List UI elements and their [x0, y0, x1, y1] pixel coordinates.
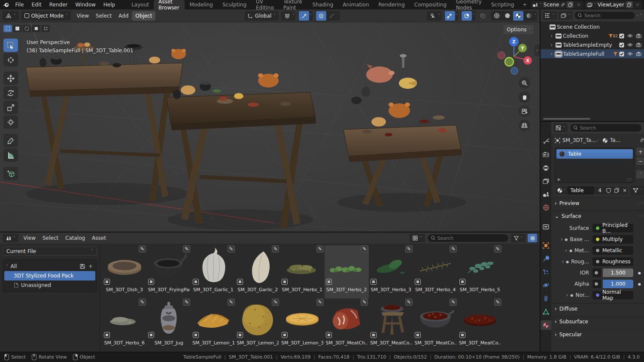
add-workspace-button[interactable]: + [519, 0, 531, 9]
outliner-row-tablesampleempty[interactable]: ›TableSampleEmpty [541, 40, 644, 49]
viewlayer-selector[interactable]: ˅ ViewLayer × [585, 1, 643, 9]
new-scene-button[interactable] [567, 1, 574, 8]
save-catalogs-icon[interactable] [80, 264, 85, 269]
unlink-scene-button[interactable]: × [575, 2, 581, 8]
edit-asset-icon[interactable]: ✎ [361, 299, 368, 306]
breadcrumb-material[interactable]: Ta... [610, 137, 620, 143]
expand-icon[interactable]: › [549, 51, 554, 57]
scene-selector[interactable]: ˅ Scene × [531, 1, 583, 9]
disable-render-icon[interactable] [636, 51, 641, 56]
orthographic-toggle-button[interactable] [519, 120, 530, 131]
edit-asset-icon[interactable]: ✎ [316, 299, 324, 306]
asset-card[interactable]: ✎SM_3DT_Herbs_1 [280, 245, 325, 299]
edit-asset-icon[interactable]: ✎ [405, 245, 413, 253]
asset-library-selector[interactable]: Current File ˅ [3, 247, 97, 256]
pin-icon[interactable] [561, 3, 565, 7]
browse-material-button[interactable]: ˅ [555, 186, 568, 195]
remove-viewlayer-button[interactable]: × [635, 2, 641, 8]
asset-card[interactable]: ✎SM_3DT_Lemon_1 [191, 299, 236, 352]
overlays-dropdown[interactable]: ˅ [472, 14, 474, 18]
outliner-item-label[interactable]: Scene Collection [557, 24, 600, 30]
property-value-alpha[interactable]: 1.000 [603, 280, 633, 288]
outliner-item-label[interactable]: TableSampleEmpty [563, 42, 612, 48]
asset-menu-view[interactable]: View [20, 233, 39, 243]
exclude-checkbox[interactable] [619, 42, 624, 48]
workspace-tab-geometry-nodes[interactable]: Geometry Nodes [451, 0, 486, 9]
outliner-filter-icon[interactable] [637, 13, 638, 18]
decorator-dot-icon[interactable]: ● [565, 238, 568, 241]
viewport-menu-add[interactable]: Add [115, 11, 132, 21]
property-label[interactable]: Surface [551, 225, 589, 231]
editor-type-selector[interactable]: ˅ [3, 11, 19, 21]
asset-card[interactable]: ✎SM_3DT_Dish_3 [102, 245, 147, 299]
edit-asset-icon[interactable]: ✎ [139, 245, 146, 253]
asset-card[interactable]: ✎SM_3DT_Herbs_3 [369, 245, 413, 299]
workspace-tab-sculpting[interactable]: Sculpting [218, 0, 251, 9]
outliner-row-tablesamplefull[interactable]: ›TableSampleFull [541, 49, 644, 58]
slot-specials-dropdown[interactable]: ˅ [636, 170, 644, 178]
catalog-all[interactable]: ˅ All + [4, 262, 95, 271]
edit-asset-icon[interactable]: ✎ [494, 245, 501, 253]
tab-tool[interactable] [541, 136, 551, 146]
asset-card[interactable]: ✎SM_3DT_Herbs_5 [458, 245, 502, 299]
property-value-roug-[interactable]: Roughness [592, 257, 633, 266]
workspace-tab-animation[interactable]: Animation [338, 0, 374, 9]
disable-render-icon[interactable] [636, 42, 641, 47]
mode-selector[interactable]: Object Mode ˅ [21, 11, 71, 21]
tab-material[interactable] [541, 320, 551, 330]
panel-header-diffuse[interactable]: ›Diffuse [551, 303, 644, 314]
outliner-search[interactable] [574, 11, 635, 20]
viewport-menu-view[interactable]: View [73, 11, 92, 21]
edit-asset-icon[interactable]: ✎ [450, 245, 457, 253]
outliner-item-label[interactable]: Collection [563, 33, 588, 39]
expand-icon[interactable]: › [549, 33, 554, 39]
snap-settings-dropdown[interactable]: ˅ [293, 14, 295, 18]
asset-card[interactable]: ✎SM_3DT_Jug [147, 299, 191, 352]
edit-asset-icon[interactable]: ✎ [183, 299, 190, 306]
new-viewlayer-button[interactable] [626, 1, 633, 8]
shading-dropdown[interactable]: ˅ [535, 14, 537, 18]
workspace-tab-scripting[interactable]: Scripting [486, 0, 519, 9]
outliner-display-mode[interactable]: ˅ [559, 11, 573, 20]
asset-card[interactable]: ✎SM_3DT_MeatCo... [369, 299, 413, 352]
options-button[interactable]: Options ˅ [504, 25, 534, 34]
asset-editor-type-selector[interactable]: ˅ [3, 234, 18, 242]
select-mode-tweak[interactable] [3, 25, 12, 32]
preview-panel-header[interactable]: › Preview :::: [551, 198, 644, 208]
expand-icon[interactable]: › [565, 247, 567, 253]
shading-material-icon[interactable] [513, 11, 523, 21]
asset-menu-asset[interactable]: Asset [88, 233, 109, 243]
asset-card[interactable]: ✎SM_3DT_FryingPan [147, 245, 191, 299]
expand-icon[interactable]: › [566, 292, 568, 298]
viewport-menu-object[interactable]: Object [132, 11, 155, 21]
workspace-tab-layout[interactable]: Layout [127, 0, 154, 9]
tool-select-box[interactable] [3, 39, 18, 52]
object-visibility-icon[interactable] [428, 11, 438, 21]
breadcrumb-object[interactable]: SM_3DT_Ta... [562, 137, 596, 143]
edit-asset-icon[interactable]: ✎ [405, 299, 413, 306]
zoom-view-button[interactable] [519, 77, 530, 89]
property-label[interactable]: ›●Base ... [551, 236, 589, 242]
property-label[interactable]: ›●Met... [551, 247, 589, 253]
outliner-row-scene-collection[interactable]: Scene Collection [541, 22, 644, 31]
outliner-hscrollbar[interactable] [543, 118, 590, 120]
asset-card[interactable]: ✎SM_3DT_Herbs_2 [325, 245, 369, 299]
remove-slot-button[interactable]: − [636, 157, 644, 165]
select-mode-intersect[interactable] [41, 25, 50, 32]
expand-icon[interactable]: › [562, 259, 564, 265]
surface-panel-header[interactable]: ⌄ Surface :::: [551, 211, 644, 221]
select-mode-lasso[interactable] [32, 25, 40, 32]
tab-constraints[interactable] [541, 294, 551, 303]
material-slot-list[interactable]: Table ▶ :::: [555, 148, 635, 183]
unlink-material-icon[interactable]: × [621, 186, 629, 195]
asset-card[interactable]: ✎SM_3DT_Garlic_2 [236, 245, 280, 299]
workspace-tab-asset-browser[interactable]: Asset Browser [154, 0, 185, 9]
proportional-falloff-icon[interactable] [327, 11, 337, 21]
hide-viewport-icon[interactable] [627, 52, 633, 56]
proportional-dropdown[interactable]: ˅ [337, 14, 340, 18]
transform-orientation-selector[interactable]: Global ˅ [245, 11, 279, 21]
outliner-search-input[interactable] [584, 13, 632, 18]
toggle-xray-icon[interactable] [478, 11, 488, 21]
expand-icon[interactable]: › [549, 42, 554, 48]
material-users-count[interactable]: 4 [595, 186, 605, 195]
